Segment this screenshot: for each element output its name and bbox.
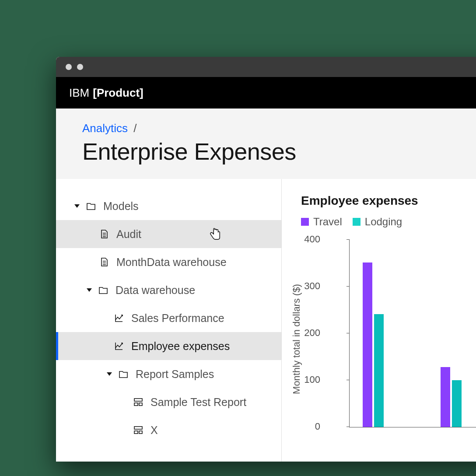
- caret-down-icon: [107, 372, 112, 376]
- chart-title: Employee expenses: [301, 194, 476, 208]
- legend-swatch-icon: [353, 218, 360, 226]
- tree-item-data-warehouse[interactable]: Data warehouse: [56, 276, 281, 304]
- window-dot-icon[interactable]: [77, 64, 83, 70]
- app-window: IBM [Product] Analytics / Enterprise Exp…: [56, 57, 476, 462]
- tree-item-models[interactable]: Models: [56, 192, 281, 220]
- tick-mark: [346, 333, 350, 333]
- chart-plot: [349, 239, 476, 427]
- tree-item-sample-test-report[interactable]: Sample Test Report: [56, 388, 281, 416]
- tree-label: Sample Test Report: [150, 396, 246, 409]
- chart-icon: [114, 313, 124, 323]
- sidebar-tree: Models Audit MonthData warehouse: [56, 179, 282, 462]
- grid-icon: [133, 425, 144, 435]
- folder-icon: [86, 201, 96, 211]
- tree-label: Report Samples: [136, 368, 214, 381]
- tree-item-x[interactable]: X: [56, 416, 281, 444]
- brand-product: [Product]: [93, 86, 144, 100]
- breadcrumb: Analytics /: [82, 122, 476, 135]
- y-tick: 400: [304, 234, 320, 245]
- tree-item-report-samples[interactable]: Report Samples: [56, 360, 281, 388]
- y-axis-label: Monthly total in dollars ($): [291, 284, 302, 394]
- window-dot-icon[interactable]: [66, 64, 72, 70]
- svg-rect-1: [134, 403, 138, 406]
- folder-icon: [98, 285, 108, 295]
- tick-mark: [346, 380, 350, 380]
- main-panel: Employee expenses Travel Lodging Monthly…: [282, 179, 476, 462]
- tree-label: Models: [103, 200, 139, 213]
- svg-rect-0: [134, 399, 142, 401]
- legend-item-lodging: Lodging: [353, 216, 402, 228]
- chart-legend: Travel Lodging: [301, 216, 476, 228]
- legend-item-travel: Travel: [301, 216, 342, 228]
- legend-swatch-icon: [301, 218, 309, 226]
- chart-icon: [114, 341, 124, 351]
- tree-item-sales-performance[interactable]: Sales Performance: [56, 304, 281, 332]
- tree-label: MonthData warehouse: [116, 256, 227, 269]
- tree-item-audit[interactable]: Audit: [56, 220, 281, 248]
- caret-down-icon: [74, 204, 80, 208]
- cursor-hand-icon: [208, 227, 221, 242]
- tree-label: Sales Performance: [131, 312, 224, 325]
- y-tick: 100: [304, 374, 320, 385]
- bar-lodging-1: [374, 314, 384, 427]
- y-tick: 200: [304, 327, 320, 339]
- legend-label: Lodging: [365, 216, 402, 228]
- document-icon: [99, 257, 109, 267]
- svg-rect-5: [139, 431, 142, 434]
- svg-rect-3: [134, 427, 142, 429]
- tree-label: Employee expenses: [131, 340, 230, 353]
- breadcrumb-parent-link[interactable]: Analytics: [82, 122, 128, 135]
- y-tick: 0: [315, 421, 320, 432]
- svg-rect-4: [134, 431, 138, 434]
- bar-travel-2: [441, 367, 450, 427]
- tree-item-monthdata[interactable]: MonthData warehouse: [56, 248, 281, 276]
- tick-mark: [346, 286, 350, 287]
- bar-lodging-2: [452, 380, 462, 427]
- caret-down-icon: [87, 288, 92, 292]
- breadcrumb-separator: /: [133, 122, 136, 135]
- tree-item-employee-expenses[interactable]: Employee expenses: [56, 332, 281, 360]
- page-header: Analytics / Enterprise Expenses: [56, 108, 476, 179]
- tick-mark: [346, 427, 350, 427]
- app-topbar: IBM [Product]: [56, 77, 476, 108]
- tree-label: Audit: [116, 228, 141, 241]
- folder-icon: [118, 369, 129, 379]
- window-titlebar: [56, 57, 476, 77]
- bar-travel-1: [363, 262, 372, 427]
- brand-ibm: IBM: [69, 86, 89, 100]
- grid-icon: [133, 397, 144, 407]
- svg-rect-2: [139, 403, 142, 406]
- chart-area: Monthly total in dollars ($) 400 300 200…: [301, 239, 476, 458]
- y-tick: 300: [304, 280, 320, 292]
- tree-label: X: [150, 424, 158, 437]
- document-icon: [99, 229, 109, 239]
- tree-label: Data warehouse: [116, 284, 195, 297]
- page-title: Enterprise Expenses: [82, 138, 476, 165]
- legend-label: Travel: [313, 216, 342, 228]
- content-area: Models Audit MonthData warehouse: [56, 179, 476, 462]
- tick-mark: [346, 239, 350, 240]
